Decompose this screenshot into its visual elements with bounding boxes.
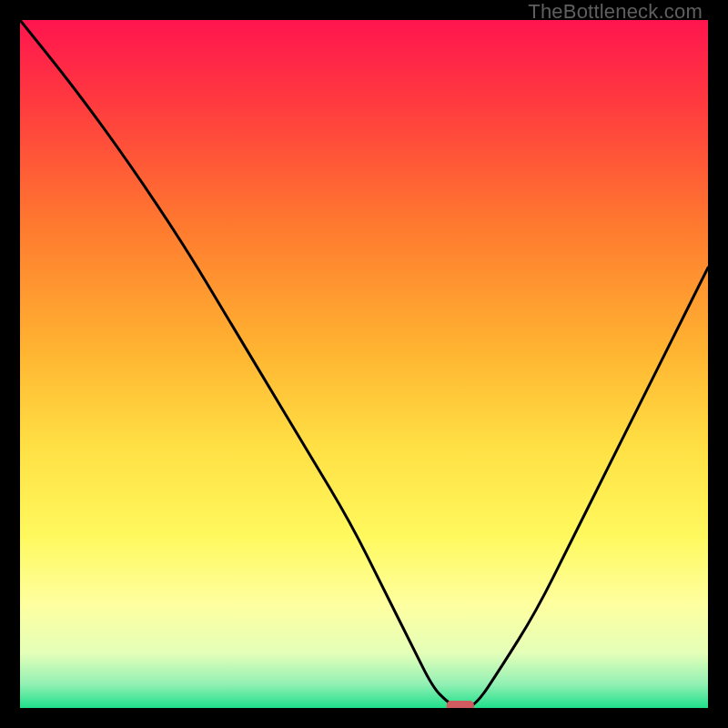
bottleneck-chart bbox=[20, 20, 708, 708]
chart-background bbox=[20, 20, 708, 708]
optimal-marker bbox=[447, 701, 474, 708]
chart-frame bbox=[20, 20, 708, 708]
